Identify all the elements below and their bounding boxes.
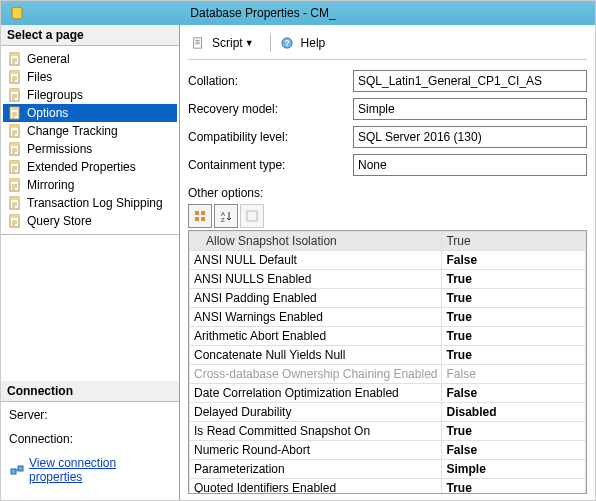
compat-label: Compatibility level: <box>188 130 353 144</box>
property-name: Date Correlation Optimization Enabled <box>190 384 442 403</box>
property-name: ANSI NULLS Enabled <box>190 270 442 289</box>
sidebar-item-filegroups[interactable]: Filegroups <box>3 86 177 104</box>
property-value: True <box>442 327 586 346</box>
property-name: Delayed Durability <box>190 403 442 422</box>
sidebar-item-label: Extended Properties <box>27 160 136 174</box>
property-value: True <box>442 232 586 251</box>
sidebar-item-options[interactable]: Options <box>3 104 177 122</box>
page-icon <box>7 105 23 121</box>
property-row[interactable]: Arithmetic Abort EnabledTrue <box>190 327 586 346</box>
svg-rect-10 <box>10 125 19 128</box>
svg-rect-18 <box>10 197 19 200</box>
sidebar-item-query-store[interactable]: Query Store <box>3 212 177 230</box>
page-icon <box>7 195 23 211</box>
sidebar-item-label: Change Tracking <box>27 124 118 138</box>
title-bar: Database Properties - CM_ <box>1 1 595 25</box>
svg-rect-2 <box>10 53 19 56</box>
sidebar-item-label: Transaction Log Shipping <box>27 196 163 210</box>
property-value: Simple <box>442 460 586 479</box>
page-icon <box>7 69 23 85</box>
property-row[interactable]: Concatenate Null Yields NullTrue <box>190 346 586 365</box>
property-value: False <box>442 365 586 384</box>
grid-toolbar: AZ <box>188 204 587 228</box>
page-icon <box>7 159 23 175</box>
property-name: Parameterization <box>190 460 442 479</box>
property-row[interactable]: Allow Snapshot IsolationTrue <box>190 232 586 251</box>
property-row[interactable]: Numeric Round-AbortFalse <box>190 441 586 460</box>
server-label: Server: <box>9 408 171 422</box>
page-icon <box>7 141 23 157</box>
page-icon <box>7 177 23 193</box>
collation-combo[interactable]: SQL_Latin1_General_CP1_CI_AS <box>353 70 587 92</box>
svg-rect-21 <box>11 469 16 474</box>
property-row[interactable]: Cross-database Ownership Chaining Enable… <box>190 365 586 384</box>
svg-rect-12 <box>10 143 19 146</box>
script-icon <box>192 35 208 51</box>
database-icon <box>9 5 25 21</box>
toolbar: Script ▼ ? Help <box>188 31 587 60</box>
property-row[interactable]: ANSI NULL DefaultFalse <box>190 251 586 270</box>
svg-rect-22 <box>18 466 23 471</box>
property-name: ANSI NULL Default <box>190 251 442 270</box>
compat-value: SQL Server 2016 (130) <box>358 130 482 144</box>
window-title: Database Properties - CM_ <box>31 1 595 25</box>
property-name: Quoted Identifiers Enabled <box>190 479 442 495</box>
property-row[interactable]: Is Read Committed Snapshot OnTrue <box>190 422 586 441</box>
property-row[interactable]: Quoted Identifiers EnabledTrue <box>190 479 586 495</box>
script-button[interactable]: Script ▼ <box>188 33 258 53</box>
svg-rect-20 <box>10 215 19 218</box>
compat-combo[interactable]: SQL Server 2016 (130) <box>353 126 587 148</box>
sidebar-item-label: Query Store <box>27 214 92 228</box>
property-name: ANSI Warnings Enabled <box>190 308 442 327</box>
property-grid[interactable]: Allow Snapshot IsolationTrueANSI NULL De… <box>188 230 587 494</box>
help-icon: ? <box>281 35 297 51</box>
property-name: Allow Snapshot Isolation <box>190 232 442 251</box>
svg-rect-14 <box>10 161 19 164</box>
property-name: Is Read Committed Snapshot On <box>190 422 442 441</box>
property-value: True <box>442 346 586 365</box>
sidebar-item-change-tracking[interactable]: Change Tracking <box>3 122 177 140</box>
view-connection-properties-label: View connection properties <box>29 456 171 484</box>
sidebar-item-general[interactable]: General <box>3 50 177 68</box>
svg-rect-27 <box>201 211 205 215</box>
sidebar-item-label: Files <box>27 70 52 84</box>
sidebar-item-permissions[interactable]: Permissions <box>3 140 177 158</box>
recovery-combo[interactable]: Simple <box>353 98 587 120</box>
page-icon <box>7 51 23 67</box>
connection-header: Connection <box>1 381 179 402</box>
property-row[interactable]: ANSI Warnings EnabledTrue <box>190 308 586 327</box>
svg-rect-23 <box>194 38 202 48</box>
svg-text:Z: Z <box>221 217 225 223</box>
property-value: True <box>442 308 586 327</box>
sidebar-item-mirroring[interactable]: Mirroring <box>3 176 177 194</box>
property-row[interactable]: ANSI NULLS EnabledTrue <box>190 270 586 289</box>
alphabetical-button[interactable]: AZ <box>214 204 238 228</box>
view-connection-properties-link[interactable]: View connection properties <box>9 456 171 484</box>
property-name: ANSI Padding Enabled <box>190 289 442 308</box>
toolbar-separator <box>270 34 271 52</box>
property-row[interactable]: Delayed DurabilityDisabled <box>190 403 586 422</box>
other-options-label: Other options: <box>188 186 587 200</box>
sidebar-item-extended-properties[interactable]: Extended Properties <box>3 158 177 176</box>
property-value: False <box>442 384 586 403</box>
property-name: Cross-database Ownership Chaining Enable… <box>190 365 442 384</box>
svg-rect-29 <box>201 217 205 221</box>
property-row[interactable]: ParameterizationSimple <box>190 460 586 479</box>
select-page-header: Select a page <box>1 25 179 46</box>
sidebar-item-label: Permissions <box>27 142 92 156</box>
help-button[interactable]: ? Help <box>277 33 330 53</box>
sidebar-item-transaction-log-shipping[interactable]: Transaction Log Shipping <box>3 194 177 212</box>
collation-value: SQL_Latin1_General_CP1_CI_AS <box>358 74 542 88</box>
property-row[interactable]: ANSI Padding EnabledTrue <box>190 289 586 308</box>
property-row[interactable]: Date Correlation Optimization EnabledFal… <box>190 384 586 403</box>
connection-label: Connection: <box>9 432 171 446</box>
property-value: Disabled <box>442 403 586 422</box>
contain-combo[interactable]: None <box>353 154 587 176</box>
property-pages-button <box>240 204 264 228</box>
property-value: False <box>442 251 586 270</box>
categorized-button[interactable] <box>188 204 212 228</box>
sidebar-item-label: Options <box>27 106 68 120</box>
sidebar-item-label: Mirroring <box>27 178 74 192</box>
sidebar-item-files[interactable]: Files <box>3 68 177 86</box>
script-label: Script <box>212 36 243 50</box>
